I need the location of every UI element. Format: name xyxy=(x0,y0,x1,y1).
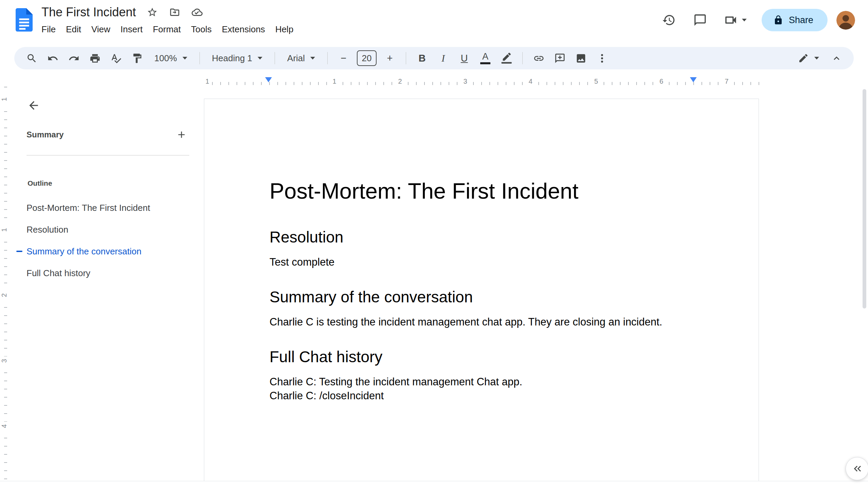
paragraph-styles-select[interactable]: Heading 1 xyxy=(207,49,268,67)
toolbar-divider xyxy=(522,52,523,64)
caret-down-icon xyxy=(814,57,819,60)
image-icon xyxy=(575,53,587,64)
font-size-input[interactable]: 20 xyxy=(357,50,377,66)
add-comment-icon xyxy=(554,53,566,64)
share-button[interactable]: Share xyxy=(762,9,828,31)
back-button[interactable] xyxy=(24,96,44,115)
spelling-check-button[interactable] xyxy=(107,49,125,67)
lock-icon xyxy=(773,15,783,25)
right-indent-marker[interactable] xyxy=(690,77,697,82)
print-button[interactable] xyxy=(86,49,104,67)
header: The First Incident File Edit View Insert… xyxy=(0,0,868,45)
doc-heading-resolution[interactable]: Resolution xyxy=(270,228,695,246)
toolbar-divider xyxy=(275,52,275,64)
cloud-saved-icon xyxy=(191,6,203,18)
zoom-select[interactable]: 100% xyxy=(149,49,193,67)
underline-icon: U xyxy=(461,53,468,63)
caret-down-icon xyxy=(183,57,187,60)
menu-edit[interactable]: Edit xyxy=(61,22,86,37)
star-icon[interactable] xyxy=(146,6,158,18)
ruler-number: 1 xyxy=(203,78,211,85)
doc-heading-summary[interactable]: Summary of the conversation xyxy=(270,288,695,306)
menu-help[interactable]: Help xyxy=(270,22,298,37)
outline-item-full-chat[interactable]: Full Chat history xyxy=(9,262,199,284)
link-icon xyxy=(533,53,544,64)
doc-paragraph[interactable]: Charlie C: /closeIncident xyxy=(270,389,695,403)
horizontal-ruler[interactable]: 1 1 2 3 4 5 6 7 xyxy=(204,77,759,87)
outline-item-summary-active[interactable]: Summary of the conversation xyxy=(9,240,199,262)
menu-file[interactable]: File xyxy=(36,22,61,37)
title-row: The First Incident xyxy=(41,4,298,20)
scrollbar-thumb[interactable] xyxy=(863,89,866,308)
double-chevron-left-icon xyxy=(851,463,863,474)
outline-list: Post-Mortem: The First Incident Resoluti… xyxy=(9,197,199,284)
print-icon xyxy=(89,53,101,64)
outline-item-post-mortem[interactable]: Post-Mortem: The First Incident xyxy=(9,197,199,219)
avatar[interactable] xyxy=(836,11,855,30)
search-menus-button[interactable] xyxy=(22,49,41,67)
doc-paragraph[interactable]: Test complete xyxy=(270,255,695,269)
menu-view[interactable]: View xyxy=(86,22,116,37)
outline-item-label: Summary of the conversation xyxy=(27,246,141,257)
paint-format-button[interactable] xyxy=(128,49,146,67)
doc-title-heading[interactable]: Post-Mortem: The First Incident xyxy=(270,178,695,204)
move-folder-icon[interactable] xyxy=(169,6,181,18)
menu-tools[interactable]: Tools xyxy=(186,22,217,37)
left-indent-marker[interactable] xyxy=(265,77,272,82)
comments-icon[interactable] xyxy=(689,9,711,31)
insert-link-button[interactable] xyxy=(530,49,548,67)
meet-button[interactable] xyxy=(720,13,750,27)
ruler-number: 2 xyxy=(0,291,8,300)
add-summary-button[interactable] xyxy=(174,127,189,143)
doc-paragraph[interactable]: Charlie C: Testing the incident manageme… xyxy=(270,375,695,389)
ruler-number: 5 xyxy=(592,78,600,85)
collapse-side-panel-button[interactable] xyxy=(846,457,868,480)
zoom-value: 100% xyxy=(154,53,177,64)
doc-paragraph[interactable]: Charlie C is testing the incident manage… xyxy=(270,315,695,329)
version-history-icon[interactable] xyxy=(658,9,680,31)
pencil-icon xyxy=(798,53,809,64)
bold-icon: B xyxy=(419,53,426,63)
vertical-ruler: 1 1 2 3 4 xyxy=(0,87,9,481)
outline-item-label: Resolution xyxy=(27,224,68,235)
vertical-scrollbar[interactable] xyxy=(860,46,868,481)
italic-button[interactable]: I xyxy=(434,49,452,67)
ruler-number: 1 xyxy=(0,225,8,234)
insert-image-button[interactable] xyxy=(572,49,590,67)
outline-item-label: Full Chat history xyxy=(27,268,90,279)
more-options-button[interactable] xyxy=(593,49,611,67)
google-docs-app: The First Incident File Edit View Insert… xyxy=(0,0,868,486)
font-select[interactable]: Arial xyxy=(282,49,320,67)
doc-heading-full-chat[interactable]: Full Chat history xyxy=(270,348,695,366)
toolbar-divider xyxy=(199,52,200,64)
toolbar-divider xyxy=(406,52,406,64)
add-comment-button[interactable] xyxy=(551,49,569,67)
docs-logo-icon[interactable] xyxy=(16,8,33,31)
increase-font-size-button[interactable]: + xyxy=(381,49,399,67)
back-arrow-icon xyxy=(27,99,40,112)
menu-insert[interactable]: Insert xyxy=(116,22,148,37)
hide-menus-button[interactable] xyxy=(827,49,846,67)
videocam-icon xyxy=(724,13,738,27)
document-title[interactable]: The First Incident xyxy=(41,5,136,19)
outline-item-resolution[interactable]: Resolution xyxy=(9,219,199,240)
redo-button[interactable] xyxy=(65,49,83,67)
underline-button[interactable]: U xyxy=(455,49,473,67)
toolbar-divider xyxy=(327,52,328,64)
text-color-icon: A xyxy=(480,52,490,64)
menu-bar: File Edit View Insert Format Tools Exten… xyxy=(36,22,298,37)
document-page[interactable]: Post-Mortem: The First Incident Resoluti… xyxy=(204,99,759,481)
ruler-number: 7 xyxy=(723,78,730,85)
text-color-button[interactable]: A xyxy=(476,49,494,67)
caret-down-icon xyxy=(742,19,747,21)
bold-button[interactable]: B xyxy=(413,49,431,67)
editing-mode-select[interactable] xyxy=(793,49,824,67)
menu-extensions[interactable]: Extensions xyxy=(217,22,270,37)
summary-row: Summary xyxy=(27,127,189,143)
more-vertical-icon xyxy=(596,53,608,64)
decrease-font-size-button[interactable]: − xyxy=(334,49,353,67)
highlight-color-button[interactable] xyxy=(497,49,516,67)
undo-button[interactable] xyxy=(44,49,62,67)
menu-format[interactable]: Format xyxy=(148,22,186,37)
active-item-dash xyxy=(16,251,22,252)
